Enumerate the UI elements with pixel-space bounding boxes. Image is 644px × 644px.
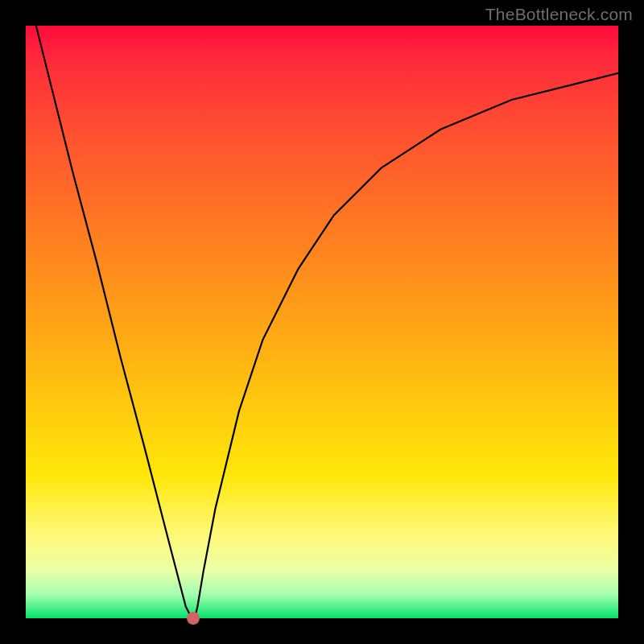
plot-area — [26, 26, 618, 618]
watermark-text: TheBottleneck.com — [485, 5, 633, 24]
bottleneck-curve — [26, 26, 618, 618]
chart-frame: TheBottleneck.com — [0, 0, 644, 644]
curve-svg — [26, 26, 618, 618]
optimum-point — [187, 612, 200, 625]
